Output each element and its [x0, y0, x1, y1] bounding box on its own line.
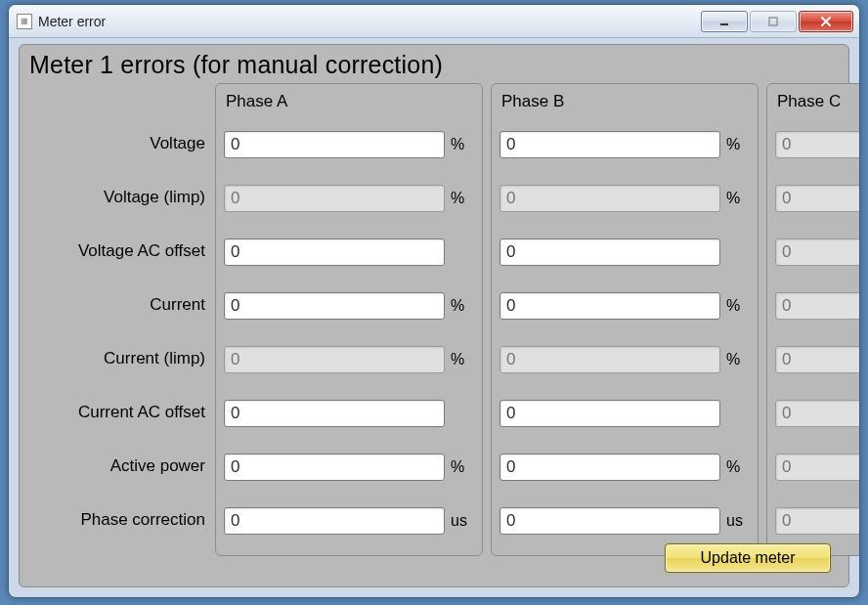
phase-c-phase-correction-input: [775, 507, 860, 535]
phase-a-current-input[interactable]: [224, 292, 445, 320]
minimize-icon: [718, 16, 730, 27]
phase-c-voltage-input: [775, 131, 860, 158]
phase-b-current-ac-offset-input[interactable]: [499, 400, 720, 427]
phase-b-voltage-input[interactable]: [499, 131, 720, 158]
app-window: ▦ Meter error Meter 1 errors (for manual…: [8, 4, 860, 598]
phase-a-voltage-ac-offset-input[interactable]: [224, 238, 445, 266]
phase-b-voltage-ac-offset-input[interactable]: [499, 238, 720, 266]
row-label-current-ac-offset: Current AC offset: [29, 385, 207, 439]
group-title-phase-b: Phase B: [501, 88, 750, 115]
unit-label: %: [451, 190, 474, 207]
unit-label: us: [451, 512, 474, 530]
footer: Update meter: [665, 543, 831, 573]
unit-label: %: [451, 297, 474, 315]
unit-label: %: [726, 351, 750, 368]
client-area: Meter 1 errors (for manual correction) V…: [19, 44, 849, 587]
phase-b-phase-correction-input[interactable]: [499, 507, 720, 535]
phase-c-voltage-ac-offset-input: [775, 238, 860, 266]
group-title-phase-a: Phase A: [226, 88, 474, 115]
unit-label: %: [451, 136, 474, 153]
phase-b-voltage-limp-input: [499, 185, 720, 212]
phase-a-voltage-limp-input: [224, 185, 445, 212]
app-icon: ▦: [17, 14, 32, 29]
row-label-current-limp: Current (limp): [29, 331, 207, 385]
window-title: Meter error: [38, 14, 106, 29]
row-label-voltage: Voltage: [29, 116, 207, 170]
row-label-active-power: Active power: [29, 439, 207, 493]
unit-label: %: [726, 297, 750, 315]
phase-a-current-ac-offset-input[interactable]: [224, 400, 445, 427]
svg-rect-0: [720, 23, 728, 25]
phase-c-current-ac-offset-input: [775, 400, 860, 427]
phase-a-phase-correction-input[interactable]: [224, 507, 445, 535]
window-buttons: [701, 11, 853, 32]
unit-label: %: [726, 458, 750, 476]
errors-grid: Voltage Voltage (limp) Voltage AC offset…: [29, 83, 839, 556]
phase-a-active-power-input[interactable]: [224, 454, 445, 481]
close-button[interactable]: [799, 11, 853, 32]
titlebar[interactable]: ▦ Meter error: [9, 5, 859, 38]
phase-b-current-input[interactable]: [499, 292, 720, 320]
phase-c-current-limp-input: [775, 346, 860, 373]
unit-label: %: [451, 351, 474, 368]
row-label-voltage-ac-offset: Voltage AC offset: [29, 224, 207, 278]
update-meter-button[interactable]: Update meter: [665, 543, 831, 573]
phase-b-active-power-input[interactable]: [499, 454, 720, 481]
row-labels-column: Voltage Voltage (limp) Voltage AC offset…: [29, 83, 207, 556]
unit-label: %: [451, 458, 474, 476]
group-phase-c: Phase C % % % % % us: [766, 83, 860, 556]
maximize-button[interactable]: [750, 11, 797, 32]
row-label-phase-correction: Phase correction: [29, 493, 207, 546]
phase-b-current-limp-input: [499, 346, 720, 373]
row-label-current: Current: [29, 278, 207, 331]
phase-a-voltage-input[interactable]: [224, 131, 445, 158]
minimize-button[interactable]: [701, 11, 748, 32]
phase-c-current-input: [775, 292, 860, 320]
maximize-icon: [767, 16, 779, 27]
row-label-voltage-limp: Voltage (limp): [29, 170, 207, 224]
unit-label: %: [726, 136, 750, 153]
phase-a-current-limp-input: [224, 346, 445, 373]
group-phase-b: Phase B % % % % % us: [491, 83, 759, 556]
svg-rect-1: [769, 18, 777, 25]
group-title-phase-c: Phase C: [777, 88, 860, 115]
page-title: Meter 1 errors (for manual correction): [29, 51, 839, 79]
phase-c-voltage-limp-input: [775, 185, 860, 212]
unit-label: %: [726, 190, 750, 207]
unit-label: us: [726, 512, 750, 530]
close-icon: [819, 15, 833, 28]
group-phase-a: Phase A % % % % % us: [215, 83, 483, 556]
phase-c-active-power-input: [775, 454, 860, 481]
